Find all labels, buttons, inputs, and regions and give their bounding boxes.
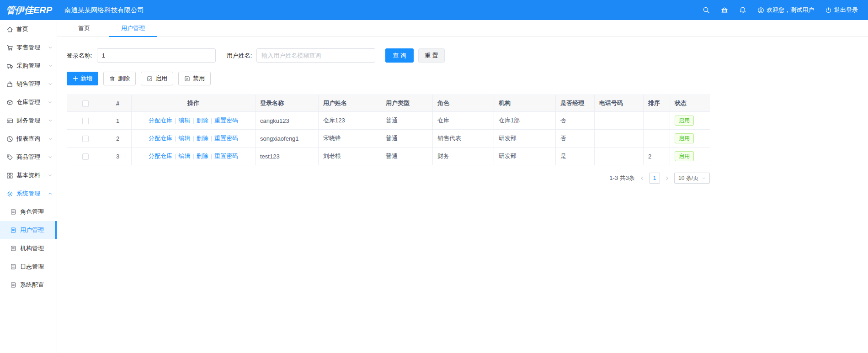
- bank-icon[interactable]: [721, 6, 728, 14]
- edit-link[interactable]: 编辑: [178, 117, 190, 124]
- col-sort: 排序: [644, 95, 670, 112]
- tab-user-management[interactable]: 用户管理: [109, 20, 157, 37]
- bell-icon[interactable]: [739, 6, 746, 14]
- select-all-checkbox[interactable]: [82, 100, 89, 107]
- user-icon: [10, 227, 17, 234]
- page-number-button[interactable]: 1: [649, 173, 660, 184]
- sidebar-item-sales[interactable]: 销售管理: [0, 75, 57, 93]
- row-checkbox[interactable]: [82, 153, 89, 160]
- assign-warehouse-link[interactable]: 分配仓库: [149, 135, 172, 142]
- pagination: 1-3 共3条 1 10 条/页: [67, 173, 710, 184]
- chevron-down-icon: [48, 38, 53, 57]
- sidebar-item-system[interactable]: 系统管理: [0, 184, 57, 203]
- reset-password-link[interactable]: 重置密码: [214, 153, 238, 159]
- delete-link[interactable]: 删除: [197, 135, 208, 142]
- basic-data-icon: [6, 172, 13, 179]
- cell-sort: 2: [644, 148, 670, 165]
- next-page-button[interactable]: [665, 176, 670, 181]
- app-logo: 管伊佳ERP: [0, 4, 57, 16]
- delete-button-label: 删除: [118, 74, 130, 83]
- welcome-text: 欢迎您，测试用户: [767, 6, 814, 14]
- table-row: 1 分配仓库|编辑|删除|重置密码 cangku123 仓库123 普通 仓库 …: [67, 112, 710, 130]
- trash-icon: [109, 76, 115, 82]
- welcome-user[interactable]: 欢迎您，测试用户: [757, 6, 814, 14]
- sidebar-item-label: 机构管理: [20, 244, 44, 253]
- cell-login-name: cangku123: [256, 112, 319, 130]
- delete-button[interactable]: 删除: [103, 72, 136, 85]
- header-checkbox-cell: [67, 95, 104, 112]
- row-checkbox[interactable]: [82, 118, 89, 124]
- col-index: #: [104, 95, 132, 112]
- status-badge[interactable]: 启用: [675, 116, 694, 126]
- home-icon: [6, 26, 13, 33]
- cell-status: 启用: [670, 112, 710, 130]
- chevron-up-icon: [48, 184, 53, 203]
- prev-page-button[interactable]: [639, 176, 644, 181]
- reset-button[interactable]: 重 置: [418, 48, 445, 63]
- add-button-label: 新增: [80, 74, 92, 83]
- sidebar-item-retail[interactable]: 零售管理: [0, 38, 57, 57]
- chevron-down-icon: [48, 93, 53, 111]
- login-name-input[interactable]: [97, 48, 216, 63]
- sidebar-item-system-config[interactable]: 系统配置: [0, 276, 57, 294]
- query-button[interactable]: 查 询: [385, 48, 414, 63]
- chevron-down-icon: [48, 111, 53, 130]
- cell-user-name: 仓库123: [319, 112, 381, 130]
- search-icon[interactable]: [703, 6, 710, 14]
- sidebar-item-user-management[interactable]: 用户管理: [0, 221, 57, 239]
- sidebar-item-role-management[interactable]: 角色管理: [0, 203, 57, 221]
- sidebar-item-products[interactable]: 商品管理: [0, 148, 57, 166]
- sidebar-item-home[interactable]: 首页: [0, 20, 57, 38]
- cell-user-type: 普通: [381, 112, 433, 130]
- assign-warehouse-link[interactable]: 分配仓库: [149, 153, 172, 159]
- add-button[interactable]: 新增: [67, 72, 98, 85]
- log-icon: [10, 263, 17, 270]
- sidebar-item-label: 采购管理: [16, 62, 40, 70]
- sidebar-item-label: 角色管理: [20, 208, 44, 216]
- table-header-row: # 操作 登录名称 用户姓名 用户类型 角色 机构 是否经理 电话号码 排序 状…: [67, 95, 710, 112]
- reset-password-link[interactable]: 重置密码: [214, 117, 238, 124]
- cell-user-type: 普通: [381, 148, 433, 165]
- cell-operations: 分配仓库|编辑|删除|重置密码: [132, 112, 256, 130]
- link-divider: |: [192, 135, 194, 142]
- reset-password-link[interactable]: 重置密码: [214, 135, 238, 142]
- sidebar-item-label: 系统管理: [16, 190, 40, 198]
- link-divider: |: [211, 117, 212, 124]
- assign-warehouse-link[interactable]: 分配仓库: [149, 117, 172, 124]
- cell-operations: 分配仓库|编辑|删除|重置密码: [132, 148, 256, 165]
- link-divider: |: [211, 153, 212, 159]
- cell-phone: [595, 148, 644, 165]
- sidebar-item-log-management[interactable]: 日志管理: [0, 258, 57, 276]
- sidebar-item-finance[interactable]: 财务管理: [0, 111, 57, 130]
- sidebar-item-org-management[interactable]: 机构管理: [0, 239, 57, 258]
- delete-link[interactable]: 删除: [197, 117, 208, 124]
- col-phone: 电话号码: [595, 95, 644, 112]
- status-badge[interactable]: 启用: [675, 151, 694, 161]
- edit-link[interactable]: 编辑: [178, 135, 190, 142]
- edit-link[interactable]: 编辑: [178, 153, 190, 159]
- page-size-select[interactable]: 10 条/页: [674, 173, 710, 184]
- login-name-label: 登录名称:: [67, 52, 92, 60]
- sidebar-item-label: 用户管理: [20, 226, 44, 234]
- cell-sort: [644, 130, 670, 148]
- delete-link[interactable]: 删除: [197, 153, 208, 159]
- page-content: 登录名称: 用户姓名: 查 询 重 置 新增 删除 启用 禁用: [57, 37, 868, 184]
- chevron-down-icon: [48, 166, 53, 184]
- product-icon: [6, 153, 13, 161]
- link-divider: |: [211, 135, 212, 142]
- status-badge[interactable]: 启用: [675, 133, 694, 143]
- disable-button[interactable]: 禁用: [178, 72, 211, 85]
- sidebar-item-warehouse[interactable]: 仓库管理: [0, 93, 57, 111]
- sidebar-item-reports[interactable]: 报表查询: [0, 130, 57, 148]
- col-operations: 操作: [132, 95, 256, 112]
- sidebar-item-purchase[interactable]: 采购管理: [0, 57, 57, 75]
- cell-phone: [595, 130, 644, 148]
- cell-manager: 否: [556, 112, 595, 130]
- user-name-input[interactable]: [256, 48, 375, 63]
- sidebar-item-label: 报表查询: [16, 135, 40, 143]
- row-checkbox[interactable]: [82, 136, 89, 142]
- logout-button[interactable]: 退出登录: [825, 6, 858, 14]
- sidebar-item-basic-data[interactable]: 基本资料: [0, 166, 57, 184]
- tab-home[interactable]: 首页: [75, 20, 94, 37]
- enable-button[interactable]: 启用: [141, 72, 173, 85]
